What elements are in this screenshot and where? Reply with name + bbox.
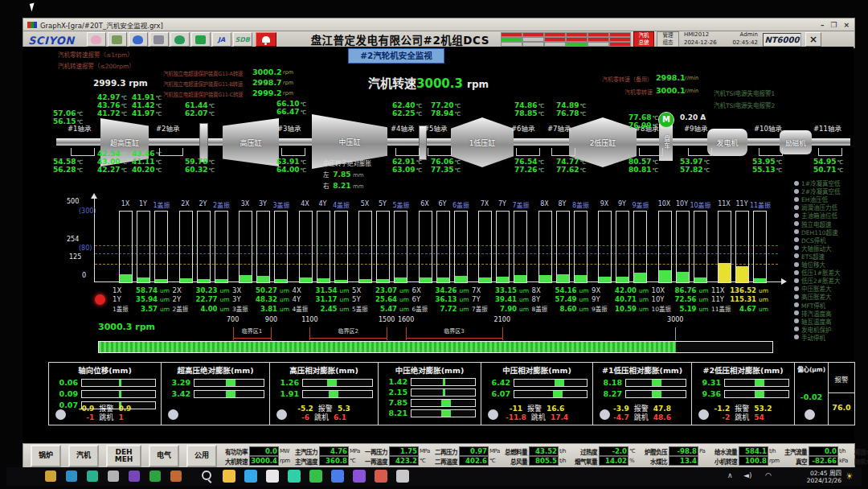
monitor-icon[interactable] — [170, 32, 190, 47]
vib-bar-label-5盖振: 5盖振 — [389, 200, 413, 209]
metric-label: 二再压力 — [433, 447, 457, 456]
tray-speaker-icon[interactable]: ◄) — [743, 471, 751, 479]
search-icon[interactable] — [201, 470, 214, 483]
vib-table-cell-4Y: 4Y31.17um — [293, 295, 352, 303]
network-user-icon[interactable] — [129, 32, 148, 47]
vib-table-unit: um — [579, 296, 592, 303]
bearing-3-top-temp-0: 66.10℃ — [276, 100, 306, 108]
metric-value: -82.66 — [809, 456, 838, 466]
metric: 水煤比13.4 — [643, 456, 710, 466]
taskbar-app-icon-2[interactable] — [244, 470, 257, 483]
vib-table-label: 7Y — [472, 295, 488, 303]
metric-label: 总风量 — [503, 457, 527, 466]
taskbar-app-icon-1[interactable] — [223, 470, 235, 483]
gauge-value: 1.42 — [383, 377, 407, 386]
taskbar-left-icon-4[interactable] — [129, 471, 140, 482]
nav-button-3[interactable]: 电气 — [149, 445, 179, 467]
metric: 二再压力0.97MPa — [433, 446, 500, 456]
taskbar-app-icon-9[interactable] — [396, 470, 409, 483]
eccentric-alarm-label: 报警 — [829, 363, 854, 393]
vib-x-arrow — [781, 278, 787, 285]
vib-table-label: 6盖振 — [412, 304, 433, 313]
gauge-value: 6.42 — [486, 378, 510, 387]
cylinder-hp: 高压缸 — [223, 118, 279, 166]
bearing-2-top-temp-0: 61.44℃ — [185, 101, 215, 109]
bearing-3-bottom-temp-1: 64.00℃ — [276, 166, 306, 174]
taskbar-app-icon-8[interactable] — [375, 470, 387, 483]
nav-button-0[interactable]: 锅炉 — [31, 445, 61, 467]
bearing-9-bottom-temp-1: 57.82℃ — [680, 166, 710, 174]
taskbar-app-icon-4[interactable] — [288, 470, 301, 483]
taskbar-left-icon-1[interactable] — [66, 471, 77, 482]
taskbar-app-icon-7[interactable] — [353, 470, 366, 483]
metric-label: 主汽温度 — [293, 457, 317, 466]
motor-symbol: M — [658, 112, 674, 128]
vib-table-value: 10.59 — [612, 305, 637, 313]
red-tile-line1: 汽机 — [638, 32, 649, 39]
vib-bar-label-9盖振: 9盖振 — [628, 200, 653, 209]
vib-ytick-3: (80) — [79, 244, 92, 252]
bearing-8-bottom-temp-0-value: 80.57 — [628, 158, 651, 166]
mode-tile[interactable]: 管理 组态 — [657, 31, 679, 47]
vib-bar-label-11盖振: 11盖振 — [748, 200, 772, 209]
vib-table-unit: um — [160, 306, 172, 313]
nav-button-4[interactable]: 公用 — [186, 445, 217, 467]
vib-table-value: 48.32 — [248, 295, 277, 303]
vib-bar-5X — [358, 211, 372, 283]
taskbar-left-icon-3[interactable] — [108, 471, 119, 482]
window-titlebar[interactable]: GraphX-[gra/#20T_汽机安全监视.grx] – ❐ × — [23, 18, 855, 31]
machine-icon[interactable] — [149, 32, 169, 47]
vib-bar-label-1X: 1X — [117, 200, 134, 208]
turbine-overview-tile[interactable]: 汽机 总貌 — [633, 31, 654, 47]
bearing-8-top-temp-1: 76.99℃ — [628, 121, 658, 129]
vib-table-label: 3X — [232, 286, 248, 294]
taskbar-left-icon-5[interactable] — [149, 471, 161, 482]
vib-table-unit: um — [699, 296, 711, 303]
taskbar-left-icon-6[interactable] — [170, 471, 182, 482]
taskbar-left-icon-2[interactable] — [87, 471, 98, 482]
sdb-logo-icon[interactable]: SDB — [233, 32, 252, 47]
taskbar-app-icon-6[interactable] — [331, 470, 344, 483]
tray-network-icon[interactable]: ◠ — [765, 471, 772, 479]
vib-bar-fill — [599, 277, 611, 282]
folder-icon[interactable] — [191, 32, 211, 47]
vib-bar-fill — [455, 276, 467, 283]
uhp-bottom-temp-1-1: 41.11℃ — [132, 158, 162, 166]
vib-bar-3盖振 — [274, 211, 288, 283]
vib-table-cell-5Y: 5Y25.64um — [352, 295, 411, 303]
vib-bar-fill — [420, 277, 432, 282]
taskbar-app-icon-5[interactable] — [309, 470, 322, 483]
vib-table-value: 36.13 — [428, 295, 457, 303]
nav-button-2[interactable]: DEH MEH — [106, 445, 141, 467]
close-window-button[interactable]: × — [843, 21, 850, 29]
uhp-top-temp-0-1-value: 43.76 — [97, 101, 120, 109]
taskbar-app-icon-3[interactable] — [266, 470, 279, 483]
tray-chevron-icon[interactable]: ∧ — [727, 471, 733, 479]
nav-button-1[interactable]: 汽机 — [68, 445, 99, 467]
alarm-bell-button[interactable] — [256, 32, 276, 47]
vib-table-label: 2Y — [173, 295, 189, 303]
minimize-button[interactable]: – — [821, 21, 825, 29]
users-icon[interactable] — [87, 32, 106, 47]
restore-button[interactable]: ❐ — [830, 21, 837, 29]
vib-table-label: 2X — [173, 286, 189, 294]
uhp-bottom-temp-0-0-value: 42.54 — [97, 150, 120, 158]
brightness-icon[interactable]: ☀ — [845, 471, 854, 482]
metric-unit: t/h — [559, 448, 570, 454]
close-app-button[interactable]: × — [805, 32, 821, 47]
rpm-zone-label-1: 临界区1 — [240, 327, 265, 335]
bearing-8-top-temp-1-value: 76.99 — [628, 121, 651, 129]
metric-column-5: 过热度-2.0℃烟气氧量14.02% — [573, 446, 640, 466]
gauge-marker — [443, 379, 445, 385]
ja-logo-icon[interactable]: JA — [212, 32, 231, 47]
tools-icon[interactable] — [108, 32, 127, 47]
taskbar-clock[interactable]: 02:45 周四 2024/12/26 — [800, 470, 841, 485]
taskbar-left-icon-0[interactable] — [45, 471, 56, 482]
metric: 一再压力1.75MPa — [363, 446, 430, 456]
bearing-bracket-1 — [71, 148, 95, 156]
bearing-2-bottom-temp-0-value: 59.78 — [185, 158, 207, 166]
bearing-label-9: #9轴承 — [684, 123, 708, 133]
vib-table-label: 5盖振 — [352, 304, 373, 313]
metric: 炉膛负压-98.8Pa — [643, 446, 710, 456]
vib-bar-fill — [180, 278, 192, 282]
